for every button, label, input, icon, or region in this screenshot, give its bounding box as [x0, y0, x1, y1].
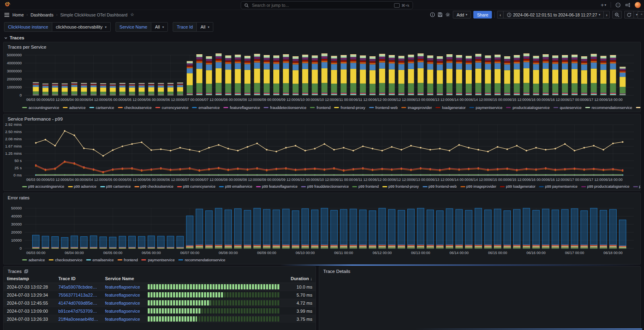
panel-title[interactable]: Traces per Service: [4, 42, 640, 50]
legend-item[interactable]: quoteservice: [553, 105, 582, 110]
legend-item[interactable]: loadgenerator: [436, 105, 466, 110]
table-row[interactable]: 2024-07-03 12:45:5541474d0769d85ee2828..…: [4, 299, 316, 307]
section-toggle-traces[interactable]: Traces: [4, 35, 640, 40]
legend-item[interactable]: paymentservice: [469, 105, 503, 110]
breadcrumb-dashboards[interactable]: Dashboards: [31, 12, 54, 17]
legend-item[interactable]: emailservice: [86, 258, 114, 262]
panel-title[interactable]: Error rates: [4, 193, 640, 201]
dashboard-settings-button[interactable]: [445, 12, 450, 17]
menu-toggle-button[interactable]: [4, 12, 10, 17]
service-name-link[interactable]: featureflagservice: [102, 291, 144, 299]
legend-item[interactable]: emailservice: [192, 105, 220, 110]
table-row[interactable]: 2024-07-03 13:29:3475563771413a22a54618.…: [4, 291, 316, 299]
legend-item[interactable]: paymentservice: [141, 258, 175, 262]
legend-item[interactable]: frontend-proxy: [334, 105, 365, 110]
panel-title[interactable]: Traces: [4, 266, 316, 275]
column-header-duration[interactable]: Duration ↓: [283, 275, 316, 283]
filter-label-clickhouse-instance[interactable]: ClickHouse instance: [4, 22, 52, 32]
time-shift-back-button[interactable]: ‹: [497, 11, 503, 18]
trace-id-link[interactable]: 745a59078cbdeec39b7...: [55, 283, 102, 291]
dashboard-info-button[interactable]: [430, 12, 435, 17]
service-name-link[interactable]: featureflagservice: [102, 315, 144, 323]
scroll-top-button[interactable]: ⌃: [638, 11, 644, 19]
time-range-picker-button[interactable]: 2024-06-02 12:01:51 to 2024-06-18 11:27:…: [503, 11, 604, 18]
error-rates-chart[interactable]: 06/03 00:0006/04 00:0006/05 00:0006/06 0…: [4, 201, 636, 256]
service-name-link[interactable]: featureflagservice: [102, 283, 144, 291]
filter-label-trace-id[interactable]: Trace Id: [173, 22, 197, 32]
traces-per-service-chart[interactable]: 06/03 00:0006/03 12:0006/04 00:0006/04 1…: [4, 50, 636, 104]
trace-id-link[interactable]: b91ce47d753709695f1d...: [55, 307, 102, 315]
svg-text:06/14 12:00: 06/14 12:00: [469, 178, 488, 182]
column-header-timestamp[interactable]: timestamp: [4, 275, 55, 283]
legend-item[interactable]: p99 frontend: [352, 184, 379, 189]
legend-item[interactable]: checkoutservice: [49, 258, 83, 262]
column-header-gauge[interactable]: [144, 275, 283, 283]
legend-item[interactable]: frontend-web: [369, 105, 398, 110]
legend-item[interactable]: recommendationservice: [585, 105, 632, 110]
grafana-logo-icon[interactable]: [4, 2, 11, 8]
column-header-trace-id[interactable]: Trace ID: [55, 275, 102, 283]
legend-item[interactable]: p99 adservice: [68, 184, 97, 189]
panel-title[interactable]: Trace Details: [319, 266, 640, 275]
zoom-out-button[interactable]: [612, 11, 622, 18]
save-dashboard-button[interactable]: [438, 12, 443, 17]
legend-item[interactable]: p99 paymentservice: [539, 184, 578, 189]
legend-item[interactable]: p99 frauddetectionservice: [301, 184, 349, 189]
legend-item[interactable]: adservice: [63, 105, 86, 110]
legend-item[interactable]: p99 frontend-web: [423, 184, 457, 189]
table-row[interactable]: 2024-07-03 13:02:28745a59078cbdeec39b7..…: [4, 283, 316, 291]
legend-item[interactable]: frauddetectionservice: [264, 105, 306, 110]
time-shift-forward-button[interactable]: ›: [603, 11, 610, 18]
legend-item[interactable]: p99 imageprovider: [460, 184, 497, 189]
filter-value-clickhouse-instance[interactable]: clickhouse-observability▾: [52, 22, 111, 32]
trace-id-link[interactable]: 21ff4a0ceeaeb4fd90af0...: [55, 315, 102, 323]
service-name-link[interactable]: featureflagservice: [102, 299, 144, 307]
legend-item[interactable]: p99 frontend-proxy: [382, 184, 419, 189]
search-input[interactable]: [251, 2, 392, 8]
user-avatar[interactable]: [635, 2, 641, 8]
news-icon[interactable]: [625, 2, 630, 8]
legend-item[interactable]: productcatalogservice: [506, 105, 549, 110]
service-name-link[interactable]: featureflagservice: [102, 307, 144, 315]
legend-item[interactable]: p99 loadgenerator: [500, 184, 535, 189]
trace-id-link[interactable]: 41474d0769d85ee2828...: [55, 299, 102, 307]
legend-item[interactable]: cartservice: [89, 105, 114, 110]
service-performance-chart[interactable]: 06/03 00:0006/03 12:0006/04 00:0006/04 1…: [4, 122, 636, 183]
legend-item[interactable]: adservice: [22, 258, 45, 262]
column-header-service-name[interactable]: Service Name: [102, 275, 144, 283]
breadcrumb-home[interactable]: Home: [12, 12, 24, 17]
filter-value-service-name[interactable]: All▾: [151, 22, 168, 32]
new-menu-button[interactable]: + ▾: [601, 2, 606, 8]
filter-label-service-name[interactable]: Service Name: [116, 22, 151, 32]
add-button[interactable]: Add▾: [453, 11, 471, 18]
filter-value-trace-id[interactable]: All▾: [197, 22, 213, 32]
panel-links-icon[interactable]: [24, 269, 28, 273]
legend-item[interactable]: p99 checkoutservice: [134, 184, 173, 189]
legend-item[interactable]: p99 productcatalogservice: [581, 184, 630, 189]
legend-item[interactable]: checkoutservice: [118, 105, 152, 110]
share-button[interactable]: Share: [473, 11, 492, 18]
trace-id-link[interactable]: 75563771413a22a54618...: [55, 291, 102, 299]
legend-item[interactable]: p99 featureflagservice: [256, 184, 298, 189]
legend-item[interactable]: frontend: [118, 258, 138, 262]
legend-item[interactable]: imageprovider: [401, 105, 432, 110]
duration-cell: 3.75 ms: [283, 315, 316, 323]
table-row[interactable]: 2024-07-03 13:26:3321ff4a0ceeaeb4fd90af0…: [4, 315, 316, 323]
legend-item[interactable]: currencyservice: [155, 105, 189, 110]
panel-title[interactable]: Service Performance - p99: [4, 114, 640, 122]
legend-item[interactable]: frontend: [310, 105, 330, 110]
table-row[interactable]: 2024-07-03 13:09:00b91ce47d753709695f1d.…: [4, 307, 316, 315]
svg-text:06/06 00:00: 06/06 00:00: [142, 251, 161, 255]
favorite-star-button[interactable]: ☆: [130, 12, 134, 17]
legend-item[interactable]: shippingservice: [636, 105, 640, 110]
refresh-button[interactable]: [624, 11, 634, 18]
legend-item[interactable]: p99 currencyservice: [177, 184, 216, 189]
legend-item[interactable]: p99 quoteservice: [633, 184, 640, 189]
legend-item[interactable]: p99 accountingservice: [22, 184, 64, 189]
legend-item[interactable]: p99 cartservice: [100, 184, 131, 189]
help-icon[interactable]: !: [615, 2, 621, 8]
legend-item[interactable]: featureflagservice: [223, 105, 260, 110]
legend-item[interactable]: accountingservice: [22, 105, 59, 110]
legend-item[interactable]: p99 emailservice: [219, 184, 252, 189]
legend-item[interactable]: recommendationservice: [178, 258, 225, 262]
